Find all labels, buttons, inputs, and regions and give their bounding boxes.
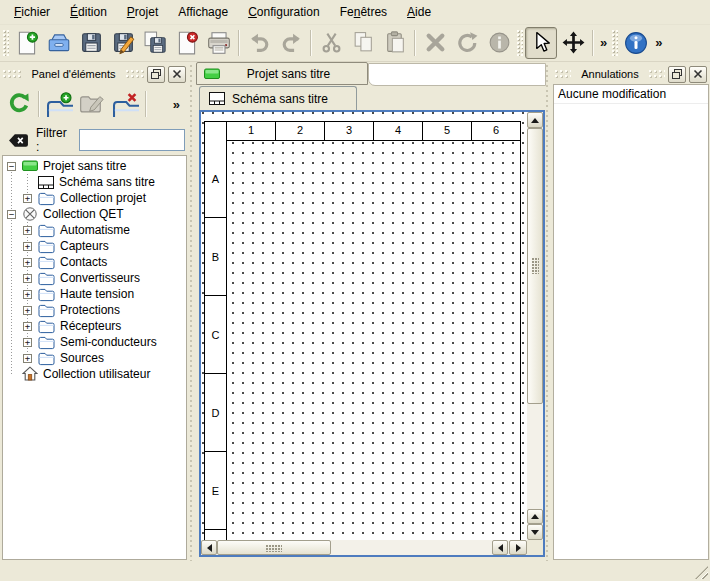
expand-expander[interactable] (23, 242, 32, 251)
close-panel-button[interactable] (689, 66, 707, 83)
expand-expander[interactable] (23, 258, 32, 267)
undo-history-item[interactable]: Aucune modification (554, 85, 708, 104)
new-category-button[interactable] (46, 92, 73, 117)
visualisation-mode-button[interactable] (557, 27, 589, 59)
collapse-expander[interactable] (7, 162, 16, 171)
select-mode-button[interactable] (525, 27, 557, 59)
tree-item-automatisme[interactable]: Automatisme (3, 222, 186, 238)
elements-panel: Panel d'éléments » Filtrer : Projet sans… (0, 62, 189, 561)
filter-input[interactable] (79, 129, 185, 151)
tree-item-collection-projet[interactable]: Collection projet (3, 190, 186, 206)
tree-item-semi-conducteurs[interactable]: Semi-conducteurs (3, 334, 186, 350)
diagram-canvas[interactable]: 1 2 3 4 5 6 A B C D E (201, 112, 527, 540)
undo-history-list[interactable]: Aucune modification (553, 84, 709, 560)
redo-icon (279, 30, 304, 55)
left-splitter[interactable] (189, 62, 196, 561)
scroll-up-button[interactable] (527, 509, 543, 524)
diagram-viewport: 1 2 3 4 5 6 A B C D E (199, 110, 545, 557)
save-as-button[interactable] (107, 27, 139, 59)
menu-projet[interactable]: Projet (117, 2, 168, 23)
expand-expander[interactable] (23, 354, 32, 363)
right-splitter[interactable] (545, 62, 552, 561)
undo-panel-titlebar[interactable]: Annulations (552, 62, 710, 84)
tree-item-capteurs[interactable]: Capteurs (3, 238, 186, 254)
expand-expander[interactable] (23, 194, 32, 203)
scroll-up-button[interactable] (527, 112, 543, 128)
diagram-icon (209, 92, 225, 105)
toolbar-separator (38, 91, 40, 117)
save-all-button[interactable] (139, 27, 171, 59)
horizontal-scrollbar-thumb[interactable] (217, 540, 331, 555)
down-arrow-icon (531, 530, 539, 535)
tree-item-haute-tension[interactable]: Haute tension (3, 286, 186, 302)
up-arrow-icon (531, 118, 539, 123)
toolbar-drag-handle[interactable] (517, 30, 523, 56)
scroll-left-button[interactable] (201, 540, 217, 555)
row-label: C (205, 296, 226, 374)
titlebar-texture (555, 70, 571, 79)
column-label: 4 (374, 122, 423, 140)
tree-item-collection-qet[interactable]: Collection QET (3, 206, 186, 222)
tree-item-projet-sans-titre[interactable]: Projet sans titre (3, 158, 186, 174)
tree-guide-line (11, 166, 12, 374)
menu-edition[interactable]: Édition (60, 2, 117, 23)
menu-aide[interactable]: Aide (397, 2, 441, 23)
toolbar-drag-handle[interactable] (612, 30, 618, 56)
scroll-left-button[interactable] (492, 540, 508, 555)
column-header-row: 1 2 3 4 5 6 (205, 122, 520, 141)
panel-toolbar-overflow-chevron[interactable]: » (170, 97, 183, 112)
resize-grip-icon[interactable] (695, 566, 708, 579)
collections-tree[interactable]: Projet sans titre Schéma sans titre Coll… (2, 155, 187, 560)
reload-collections-button[interactable] (6, 91, 32, 117)
open-button[interactable] (43, 27, 75, 59)
expand-expander[interactable] (23, 290, 32, 299)
vertical-scrollbar-thumb[interactable] (527, 128, 543, 404)
float-panel-button[interactable] (668, 66, 686, 83)
expand-expander[interactable] (23, 322, 32, 331)
diagram-tab[interactable]: Schéma sans titre (199, 86, 357, 110)
elements-panel-titlebar[interactable]: Panel d'éléments (0, 62, 189, 84)
delete-category-button[interactable] (112, 92, 139, 117)
menu-configuration[interactable]: Configuration (238, 2, 330, 23)
expand-expander[interactable] (23, 306, 32, 315)
tree-item-schema-sans-titre[interactable]: Schéma sans titre (3, 174, 186, 190)
scroll-right-button[interactable] (509, 540, 527, 555)
toolbar-overflow-chevron[interactable]: » (652, 35, 665, 50)
edit-folder-icon (79, 92, 106, 117)
float-panel-button[interactable] (147, 66, 165, 83)
save-button[interactable] (75, 27, 107, 59)
folder-icon (38, 335, 55, 350)
save-as-icon (111, 30, 136, 55)
expand-expander[interactable] (23, 338, 32, 347)
folder-icon (38, 223, 55, 238)
menu-fenetres[interactable]: Fenêtres (330, 2, 397, 23)
expand-expander[interactable] (23, 274, 32, 283)
tree-item-collection-utilisateur[interactable]: Collection utilisateur (3, 366, 186, 382)
undo-panel: Annulations Aucune modification (552, 62, 710, 561)
horizontal-scrollbar[interactable] (201, 540, 527, 555)
close-icon (692, 68, 704, 80)
print-button[interactable] (203, 27, 235, 59)
clear-filter-button[interactable] (8, 133, 29, 148)
tree-item-recepteurs[interactable]: Récepteurs (3, 318, 186, 334)
new-project-button[interactable] (11, 27, 43, 59)
close-panel-button[interactable] (168, 66, 186, 83)
menu-fichier[interactable]: Fichier (4, 2, 60, 23)
undo-panel-title: Annulations (574, 68, 646, 80)
close-file-button[interactable] (171, 27, 203, 59)
diagram-info-button[interactable] (620, 27, 652, 59)
folder-icon (38, 351, 55, 366)
tree-item-sources[interactable]: Sources (3, 350, 186, 366)
expand-expander[interactable] (23, 226, 32, 235)
print-icon (206, 30, 232, 56)
menu-affichage[interactable]: Affichage (168, 2, 238, 23)
tree-item-contacts[interactable]: Contacts (3, 254, 186, 270)
tree-item-convertisseurs[interactable]: Convertisseurs (3, 270, 186, 286)
vertical-scrollbar[interactable] (527, 112, 543, 540)
project-tab[interactable]: Projet sans titre (196, 62, 368, 85)
collapse-expander[interactable] (7, 210, 16, 219)
toolbar-drag-handle[interactable] (3, 30, 9, 56)
tree-item-protections[interactable]: Protections (3, 302, 186, 318)
scroll-down-button[interactable] (527, 524, 543, 540)
toolbar-overflow-chevron[interactable]: » (597, 35, 610, 50)
